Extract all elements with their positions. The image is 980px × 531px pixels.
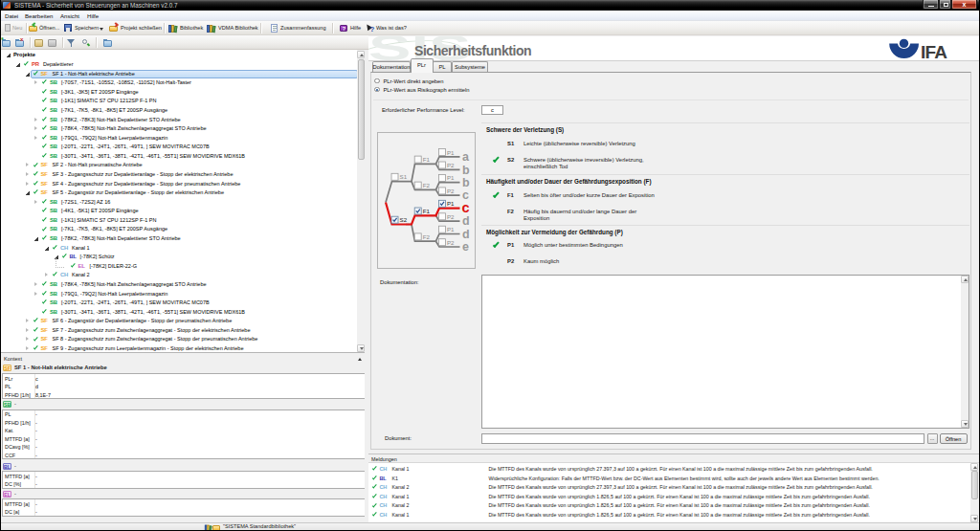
svg-text:P2: P2 (447, 239, 455, 246)
svg-text:F2: F2 (423, 233, 431, 240)
svg-text:e: e (462, 240, 469, 254)
svg-text:b: b (462, 176, 470, 189)
svg-text:S2: S2 (400, 216, 408, 223)
svg-text:IFA: IFA (921, 42, 947, 61)
svg-text:F2: F2 (423, 182, 431, 188)
svg-text:c: c (462, 200, 470, 215)
svg-text:P1: P1 (447, 149, 455, 156)
svg-text:F1: F1 (423, 208, 431, 214)
svg-text:P1: P1 (447, 200, 455, 207)
svg-text:d: d (462, 214, 470, 228)
svg-text:d: d (462, 228, 470, 241)
svg-text:F1: F1 (423, 156, 431, 163)
svg-text:S1: S1 (400, 173, 408, 180)
svg-text:a: a (462, 150, 470, 164)
svg-text:P2: P2 (447, 213, 455, 220)
svg-text:P1: P1 (447, 174, 455, 181)
svg-text:P2: P2 (447, 162, 455, 168)
svg-text:P2: P2 (447, 188, 455, 194)
svg-text:P1: P1 (447, 226, 455, 232)
svg-text:b: b (462, 164, 470, 177)
